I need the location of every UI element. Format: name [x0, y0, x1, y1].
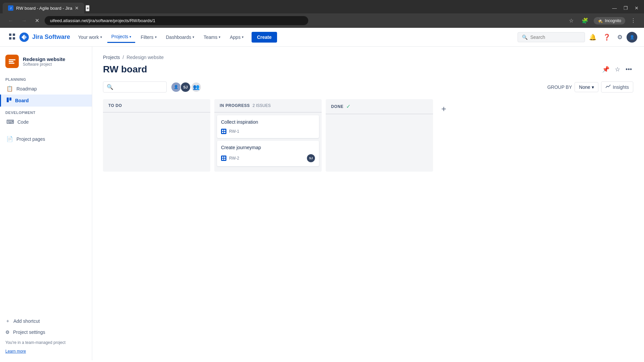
sidebar-item-code[interactable]: ⌨ Code — [0, 116, 92, 128]
card-type-icon-rw2 — [221, 156, 226, 161]
card-rw1[interactable]: Collect inspiration — [217, 115, 319, 138]
filters-nav[interactable]: Filters ▾ — [137, 32, 160, 43]
tab-title: RW board - Agile board - Jira — [16, 6, 72, 11]
help-button[interactable]: ❓ — [600, 32, 613, 43]
column-body-todo — [103, 113, 210, 172]
notifications-button[interactable]: 🔔 — [586, 32, 599, 43]
search-box[interactable]: 🔍 — [518, 32, 585, 42]
column-count-inprogress: 2 ISSUES — [253, 103, 271, 108]
breadcrumb-current: Redesign website — [126, 55, 164, 60]
more-options-button[interactable]: ••• — [624, 64, 633, 74]
sidebar-item-board[interactable]: Board — [0, 95, 92, 107]
done-checkmark-icon: ✓ — [346, 103, 351, 110]
project-name: Redesign website — [23, 56, 65, 62]
group-by-area: GROUP BY None ▾ Insights — [547, 81, 633, 93]
svg-rect-7 — [9, 63, 14, 64]
sidebar-item-roadmap[interactable]: 📋 Roadmap — [0, 83, 92, 95]
create-button[interactable]: Create — [252, 32, 277, 43]
board: TO DO IN PROGRESS 2 ISSUES Collect inspi… — [103, 99, 633, 172]
bookmark-button[interactable]: ☆ — [566, 16, 576, 25]
breadcrumb-separator: / — [123, 55, 124, 60]
svg-rect-11 — [224, 130, 225, 131]
group-by-select[interactable]: None ▾ — [575, 82, 598, 92]
add-member-button[interactable]: 👥 — [191, 82, 202, 93]
minimize-button[interactable]: — — [609, 4, 620, 12]
column-body-inprogress: Collect inspiration — [214, 113, 322, 172]
insights-icon — [605, 84, 611, 90]
team-managed-text: You're in a team-managed project — [0, 338, 92, 348]
svg-rect-1 — [13, 34, 15, 36]
your-work-nav[interactable]: Your work ▾ — [74, 32, 106, 43]
user-avatar[interactable]: 👤 — [627, 32, 637, 43]
chevron-down-icon: ▾ — [592, 84, 594, 90]
card-title-rw1: Collect inspiration — [221, 119, 315, 125]
project-info: Redesign website Software project — [23, 56, 65, 67]
tab-close-btn[interactable]: ✕ — [75, 5, 79, 11]
svg-rect-17 — [224, 159, 225, 160]
sidebar-item-project-settings[interactable]: ⚙ Project settings — [0, 327, 92, 338]
column-done: DONE ✓ — [326, 99, 433, 172]
settings-button[interactable]: ⚙ — [614, 32, 625, 43]
page-title: RW board — [103, 64, 147, 75]
card-footer-rw2: RW-2 SJ — [221, 154, 315, 162]
breadcrumb: Projects / Redesign website — [103, 55, 633, 60]
jira-logo[interactable]: Jira Software — [19, 32, 70, 43]
pin-button[interactable]: 📌 — [601, 64, 611, 74]
content-area: Projects / Redesign website RW board 📌 ☆… — [92, 47, 644, 360]
svg-rect-15 — [224, 157, 225, 158]
board-search-input[interactable] — [116, 84, 163, 90]
card-footer-rw1: RW-1 — [221, 129, 315, 134]
board-search[interactable]: 🔍 — [103, 81, 167, 93]
dashboards-nav[interactable]: Dashboards ▾ — [162, 32, 199, 43]
svg-rect-10 — [222, 130, 223, 131]
sidebar-item-project-pages[interactable]: 📄 Project pages — [0, 133, 92, 145]
restore-button[interactable]: ❐ — [621, 4, 631, 12]
close-button[interactable]: ✕ — [632, 4, 641, 12]
column-body-done — [326, 114, 433, 172]
top-nav: Jira Software Your work ▾ Projects ▾ Fil… — [0, 28, 644, 47]
sidebar-item-add-shortcut[interactable]: ＋ Add shortcut — [0, 315, 92, 327]
projects-nav[interactable]: Projects ▾ — [107, 31, 136, 43]
project-header: Redesign website Software project — [0, 52, 92, 73]
column-header-inprogress: IN PROGRESS 2 ISSUES — [214, 99, 322, 113]
sidebar: Redesign website Software project PLANNI… — [0, 47, 92, 360]
column-title-inprogress: IN PROGRESS — [220, 103, 250, 108]
column-title-todo: TO DO — [108, 103, 122, 108]
extension-button[interactable]: 🧩 — [579, 16, 591, 25]
star-button[interactable]: ☆ — [613, 64, 622, 74]
board-icon — [6, 97, 12, 104]
forward-button[interactable]: → — [19, 16, 30, 25]
svg-rect-2 — [9, 37, 11, 40]
active-tab[interactable]: J RW board - Agile board - Jira ✕ — [3, 3, 84, 13]
card-avatar-rw2: SJ — [307, 154, 315, 162]
roadmap-icon: 📋 — [6, 85, 13, 92]
search-icon: 🔍 — [522, 35, 528, 40]
board-search-icon: 🔍 — [107, 84, 113, 90]
column-title-done: DONE — [331, 104, 343, 109]
add-shortcut-icon: ＋ — [5, 318, 10, 324]
app-switcher-button[interactable] — [7, 31, 17, 43]
board-toolbar: 🔍 👤 SJ 👥 GROUP BY None ▾ — [103, 81, 633, 93]
insights-button[interactable]: Insights — [601, 81, 633, 93]
breadcrumb-projects[interactable]: Projects — [103, 55, 120, 60]
project-type: Software project — [23, 62, 65, 67]
group-by-label: GROUP BY — [547, 84, 572, 90]
avatar-2[interactable]: SJ — [180, 82, 191, 93]
card-type-icon-rw1 — [221, 129, 226, 134]
card-title-rw2: Create journeymap — [221, 145, 315, 150]
reload-button[interactable]: ✕ — [32, 16, 42, 25]
svg-rect-5 — [9, 59, 15, 60]
incognito-indicator: 🕵 Incognito — [594, 17, 625, 24]
card-rw2[interactable]: Create journeymap — [217, 141, 319, 166]
svg-rect-8 — [7, 98, 9, 102]
learn-more-link[interactable]: Learn more — [0, 348, 92, 355]
add-column-button[interactable]: ＋ — [437, 99, 450, 172]
pages-icon: 📄 — [6, 136, 13, 142]
teams-nav[interactable]: Teams ▾ — [200, 32, 224, 43]
menu-button[interactable]: ⋮ — [628, 16, 639, 25]
new-tab-button[interactable]: + — [86, 5, 90, 11]
back-button[interactable]: ← — [5, 16, 16, 25]
search-input[interactable] — [530, 35, 581, 40]
apps-nav[interactable]: Apps ▾ — [226, 32, 248, 43]
address-bar[interactable] — [45, 16, 308, 25]
